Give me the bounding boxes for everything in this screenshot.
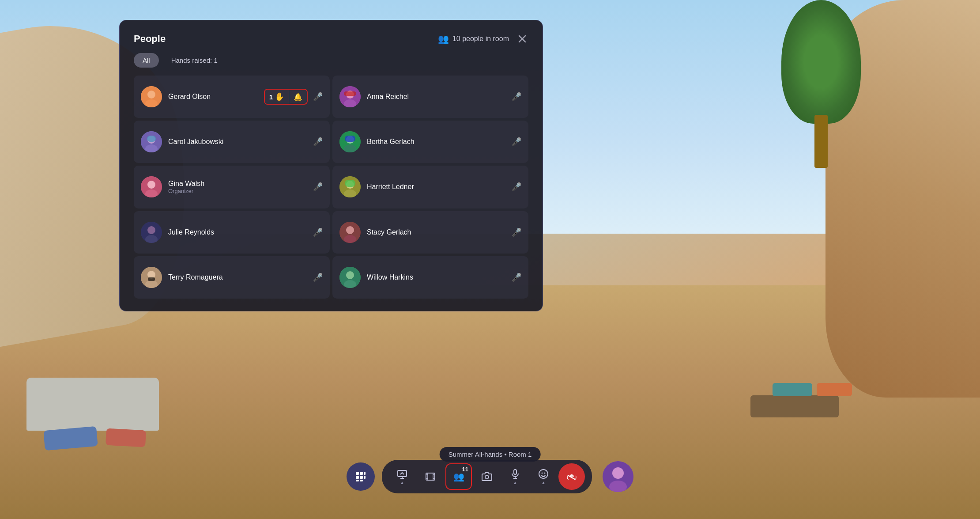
avatar-gina	[141, 176, 162, 197]
svg-rect-39	[356, 476, 359, 479]
svg-point-60	[542, 472, 543, 474]
svg-rect-56	[514, 470, 516, 474]
microphone-icon	[510, 469, 520, 479]
person-name-stacy: Stacy Gerlach	[367, 228, 505, 236]
grid-icon	[355, 471, 366, 482]
avatar-harriett	[339, 176, 361, 197]
person-row-harriett[interactable]: Harriett Ledner 🎤	[332, 166, 528, 208]
people-group-icon: 👥	[438, 34, 449, 44]
person-row-willow[interactable]: Willow Harkins 🎤	[332, 256, 528, 299]
end-call-icon	[565, 470, 578, 483]
tooltip-text: Summer All-hands • Room 1	[449, 451, 532, 458]
mic-muted-icon-harriett: 🎤	[512, 182, 521, 192]
person-info-willow: Willow Harkins	[367, 273, 505, 281]
people-grid: Gerard Olson 1 ✋ 🔔 🎤	[134, 76, 528, 299]
bg-cushion-red	[106, 428, 146, 447]
bg-cushion-teal	[773, 383, 812, 396]
user-avatar[interactable]	[603, 461, 633, 492]
svg-rect-16	[345, 136, 355, 142]
hand-raised-box: 1 ✋ 🔔	[264, 89, 308, 105]
people-button[interactable]: 👥 11	[445, 463, 472, 490]
avatar-terry	[141, 267, 162, 288]
person-name-willow: Willow Harkins	[367, 273, 505, 281]
avatar-carol	[141, 131, 162, 152]
people-panel: People 👥 10 people in room All Hands rai…	[119, 20, 543, 311]
person-actions-carol: 🎤	[313, 137, 323, 147]
mic-muted-icon-terry: 🎤	[313, 273, 323, 282]
svg-rect-38	[360, 472, 363, 475]
avatar-gerard	[141, 86, 162, 107]
mic-chevron: ▲	[513, 480, 517, 485]
person-actions-stacy: 🎤	[512, 227, 521, 237]
avatar-anna	[339, 86, 361, 107]
person-actions-anna: 🎤	[512, 92, 521, 102]
person-row-bertha[interactable]: Bertha Gerlach 🎤	[332, 121, 528, 163]
avatar-julie	[141, 222, 162, 243]
bg-cushion-orange	[817, 383, 852, 396]
person-role-gina: Organizer	[168, 188, 305, 194]
hand-raised-emoji: ✋	[275, 92, 284, 102]
mic-active-icon-gina: 🎤	[313, 182, 323, 192]
person-info-bertha: Bertha Gerlach	[367, 138, 505, 146]
person-row-gerard[interactable]: Gerard Olson 1 ✋ 🔔 🎤	[134, 76, 330, 118]
end-call-button[interactable]	[558, 463, 585, 490]
svg-point-61	[544, 472, 546, 474]
person-row-stacy[interactable]: Stacy Gerlach 🎤	[332, 211, 528, 254]
svg-rect-33	[148, 277, 155, 281]
close-button[interactable]	[516, 33, 528, 45]
mic-active-icon: 🎤	[313, 92, 323, 102]
person-actions-harriett: 🎤	[512, 182, 521, 192]
person-actions-julie: 🎤	[313, 227, 323, 237]
avatar-bertha	[339, 131, 361, 152]
person-actions-bertha: 🎤	[512, 137, 521, 147]
apps-button[interactable]	[347, 462, 375, 491]
person-info-gerard: Gerard Olson	[168, 93, 258, 101]
svg-rect-8	[344, 91, 356, 96]
svg-rect-42	[360, 480, 363, 481]
svg-rect-23	[345, 180, 355, 187]
people-icon: 👥	[453, 471, 464, 482]
svg-rect-43	[364, 472, 366, 475]
film-icon	[425, 471, 436, 482]
bell-part: 🔔	[289, 91, 307, 103]
person-info-carol: Carol Jakubowski	[168, 138, 307, 146]
panel-header-right: 👥 10 people in room	[438, 33, 528, 45]
svg-point-3	[147, 91, 155, 98]
person-actions-gerard: 1 ✋ 🔔 🎤	[264, 89, 323, 105]
svg-rect-41	[356, 480, 359, 481]
mic-muted-icon-stacy: 🎤	[512, 227, 521, 237]
person-row-julie[interactable]: Julie Reynolds 🎤	[134, 211, 330, 254]
present-button[interactable]: ▲	[389, 463, 415, 490]
user-avatar-image	[603, 461, 633, 492]
bg-sofa	[26, 378, 159, 431]
emoji-icon	[538, 469, 549, 479]
mic-button[interactable]: ▲	[502, 463, 528, 490]
bell-icon: 🔔	[294, 93, 302, 101]
person-info-anna: Anna Reichel	[367, 93, 505, 101]
person-name-terry: Terry Romaguera	[168, 273, 307, 281]
svg-point-35	[346, 271, 354, 279]
person-row-gina[interactable]: Gina Walsh Organizer 🎤	[134, 166, 330, 208]
camera-button[interactable]	[474, 463, 500, 490]
svg-point-28	[346, 226, 354, 234]
filter-all-button[interactable]: All	[134, 53, 159, 68]
mic-muted-icon-willow: 🎤	[512, 273, 521, 282]
person-name-carol: Carol Jakubowski	[168, 138, 307, 146]
hand-count-part: 1 ✋	[265, 90, 289, 104]
person-row-carol[interactable]: Carol Jakubowski 🎤	[134, 121, 330, 163]
film-button[interactable]	[417, 463, 444, 490]
person-row-anna[interactable]: Anna Reichel 🎤	[332, 76, 528, 118]
person-actions-gina: 🎤	[311, 182, 323, 192]
person-info-gina: Gina Walsh Organizer	[168, 180, 305, 194]
bg-tree	[777, 0, 865, 168]
present-chevron: ▲	[400, 480, 404, 485]
toolbar-main: ▲ 👥 11	[382, 460, 592, 493]
person-row-terry[interactable]: Terry Romaguera 🎤	[134, 256, 330, 299]
people-count-text: 10 people in room	[452, 35, 509, 43]
svg-point-18	[147, 181, 155, 189]
person-actions-terry: 🎤	[313, 273, 323, 282]
avatar-willow	[339, 267, 361, 288]
svg-point-55	[485, 475, 489, 479]
reaction-button[interactable]: ▲	[530, 463, 557, 490]
toolbar: ▲ 👥 11	[347, 460, 633, 493]
